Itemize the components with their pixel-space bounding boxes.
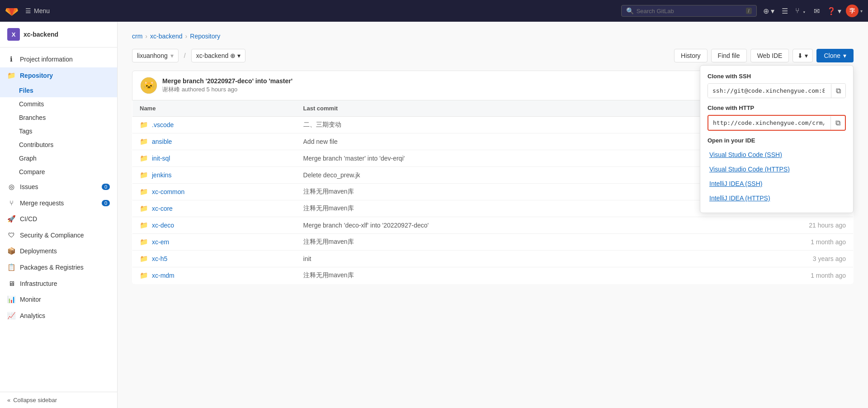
menu-label: Menu xyxy=(34,7,50,14)
ide-option-vscode-https[interactable]: Visual Studio Code (HTTPS) xyxy=(708,162,846,176)
commit-message-cell: 二、三期变动 xyxy=(296,117,680,133)
sidebar-item-security-compliance[interactable]: 🛡 Security & Compliance xyxy=(0,227,117,243)
breadcrumb-crm[interactable]: crm xyxy=(132,33,142,40)
sidebar-label-infrastructure: Infrastructure xyxy=(20,280,57,287)
collapse-icon: « xyxy=(7,397,10,403)
toolbar: lixuanhong ▾ / xc-backend ⊕ ▾ History Fi… xyxy=(132,49,854,62)
file-name-cell: 📁 xc-common xyxy=(132,184,296,200)
breadcrumb-sep-2: › xyxy=(185,33,188,40)
sidebar-item-branches[interactable]: Branches xyxy=(0,111,117,124)
sidebar-label-packages-registries: Packages & Registries xyxy=(20,264,84,271)
ssh-copy-button[interactable]: ⧉ xyxy=(831,84,845,98)
ide-option-intellij-ssh[interactable]: IntelliJ IDEA (SSH) xyxy=(708,176,846,191)
commit-message-cell: 注释无用maven库 xyxy=(296,267,680,284)
sidebar-label-security-compliance: Security & Compliance xyxy=(20,232,84,239)
ide-option-vscode-ssh[interactable]: Visual Studio Code (SSH) xyxy=(708,147,846,162)
sidebar-item-tags[interactable]: Tags xyxy=(0,124,117,138)
file-link[interactable]: 📁 ansible xyxy=(140,138,289,146)
create-button[interactable]: ⊕ ▾ xyxy=(760,4,777,18)
web-ide-button[interactable]: Web IDE xyxy=(750,49,789,62)
gitlab-logo xyxy=(5,5,18,17)
sidebar-item-monitor[interactable]: 📊 Monitor xyxy=(0,291,117,308)
folder-icon: 📁 xyxy=(140,138,148,146)
help-button[interactable]: ❓ ▾ xyxy=(824,4,844,18)
commit-author-avatar: 🐱 xyxy=(141,77,157,94)
breadcrumb-xc-backend[interactable]: xc-backend xyxy=(150,33,183,40)
hamburger-icon: ☰ xyxy=(25,7,31,14)
sidebar-item-packages-registries[interactable]: 📋 Packages & Registries xyxy=(0,259,117,275)
file-link[interactable]: 📁 xc-mdm xyxy=(140,271,289,280)
folder-icon: 📁 xyxy=(140,238,148,246)
deployments-icon: 📦 xyxy=(7,247,15,255)
branch-selector[interactable]: lixuanhong ▾ xyxy=(132,49,179,62)
sidebar-item-repository[interactable]: 📁 Repository xyxy=(0,67,117,84)
http-copy-button[interactable]: ⧉ xyxy=(830,116,845,130)
search-input[interactable] xyxy=(637,8,743,14)
sidebar-item-analytics[interactable]: 📈 Analytics xyxy=(0,308,117,324)
add-dropdown-icon: ⊕ ▾ xyxy=(230,52,241,59)
issues-icon-button[interactable]: ✉ xyxy=(811,4,822,18)
sidebar-item-merge-requests[interactable]: ⑂ Merge requests 0 xyxy=(0,195,117,211)
nav-actions: ⊕ ▾ ☰ ⑂ ▾ ✉ ❓ ▾ 字 ▾ xyxy=(760,4,863,18)
http-url-input[interactable] xyxy=(708,116,829,130)
clone-button[interactable]: Clone ▾ xyxy=(816,49,854,62)
sidebar-item-infrastructure[interactable]: 🖥 Infrastructure xyxy=(0,275,117,291)
file-name: xc-deco xyxy=(152,222,174,229)
search-icon: 🔍 xyxy=(626,7,634,14)
folder-icon: 📁 xyxy=(140,154,148,162)
path-separator: / xyxy=(184,52,186,59)
http-url-row: ⧉ xyxy=(708,115,846,131)
avatar-emoji: 🐱 xyxy=(141,77,157,94)
col-last-commit: Last commit xyxy=(296,100,680,117)
sidebar-label-issues: Issues xyxy=(20,183,38,190)
menu-button[interactable]: ☰ Menu xyxy=(22,5,53,16)
sidebar-item-graph[interactable]: Graph xyxy=(0,152,117,165)
file-link[interactable]: 📁 .vscode xyxy=(140,121,289,129)
commit-message-cell: 注释无用maven库 xyxy=(296,234,680,251)
file-link[interactable]: 📁 init-sql xyxy=(140,154,289,162)
sidebar-label-project-information: Project information xyxy=(20,56,73,63)
sidebar-label-deployments: Deployments xyxy=(20,247,57,255)
sidebar-item-compare[interactable]: Compare xyxy=(0,165,117,179)
sidebar-item-commits[interactable]: Commits xyxy=(0,97,117,111)
time-cell: 21 hours ago xyxy=(680,217,854,234)
cicd-icon: 🚀 xyxy=(7,215,15,223)
sidebar-item-deployments[interactable]: 📦 Deployments xyxy=(0,243,117,259)
ssh-url-input[interactable] xyxy=(708,84,829,98)
download-button[interactable]: ⬇ ▾ xyxy=(793,49,813,62)
file-name-cell: 📁 .vscode xyxy=(132,117,296,133)
sidebar-item-project-information[interactable]: ℹ Project information xyxy=(0,51,117,67)
sidebar-item-contributors[interactable]: Contributors xyxy=(0,138,117,152)
sidebar-label-merge-requests: Merge requests xyxy=(20,199,64,207)
ssh-url-row: ⧉ xyxy=(708,83,846,98)
sidebar-item-cicd[interactable]: 🚀 CI/CD xyxy=(0,211,117,227)
file-link[interactable]: 📁 xc-common xyxy=(140,188,289,196)
file-name: .vscode xyxy=(152,121,174,128)
clone-dropdown-arrow: ▾ xyxy=(843,52,846,59)
ide-option-intellij-https[interactable]: IntelliJ IDEA (HTTPS) xyxy=(708,191,846,205)
find-file-button[interactable]: Find file xyxy=(711,49,747,62)
collapse-sidebar-button[interactable]: « Collapse sidebar xyxy=(0,392,117,408)
user-avatar[interactable]: 字 xyxy=(846,5,859,17)
path-add-button[interactable]: xc-backend ⊕ ▾ xyxy=(191,49,245,62)
file-link[interactable]: 📁 xc-em xyxy=(140,238,289,246)
breadcrumb-repository[interactable]: Repository xyxy=(190,33,220,40)
commit-message-cell: Delete deco_prew.jk xyxy=(296,167,680,184)
sidebar-item-issues[interactable]: ◎ Issues 0 xyxy=(0,179,117,195)
sidebar-item-files[interactable]: Files xyxy=(0,84,117,97)
merge-request-icon-button[interactable]: ⑂ ▾ xyxy=(793,4,809,18)
file-link[interactable]: 📁 xc-deco xyxy=(140,221,289,229)
file-link[interactable]: 📁 xc-core xyxy=(140,204,289,213)
table-row: 📁 xc-mdm 注释无用maven库 1 month ago xyxy=(132,267,854,284)
file-name-cell: 📁 init-sql xyxy=(132,150,296,167)
history-button[interactable]: History xyxy=(674,49,708,62)
todo-button[interactable]: ☰ xyxy=(779,4,791,18)
file-link[interactable]: 📁 xc-h5 xyxy=(140,255,289,263)
search-bar[interactable]: 🔍 / xyxy=(621,5,757,17)
file-link[interactable]: 📁 jenkins xyxy=(140,171,289,179)
sidebar-label-repository: Repository xyxy=(20,72,53,79)
clone-http-title: Clone with HTTP xyxy=(708,104,846,111)
packages-icon: 📋 xyxy=(7,263,15,271)
file-name: xc-em xyxy=(152,238,169,246)
commit-message-cell: Merge branch 'master' into 'dev-erqi' xyxy=(296,150,680,167)
